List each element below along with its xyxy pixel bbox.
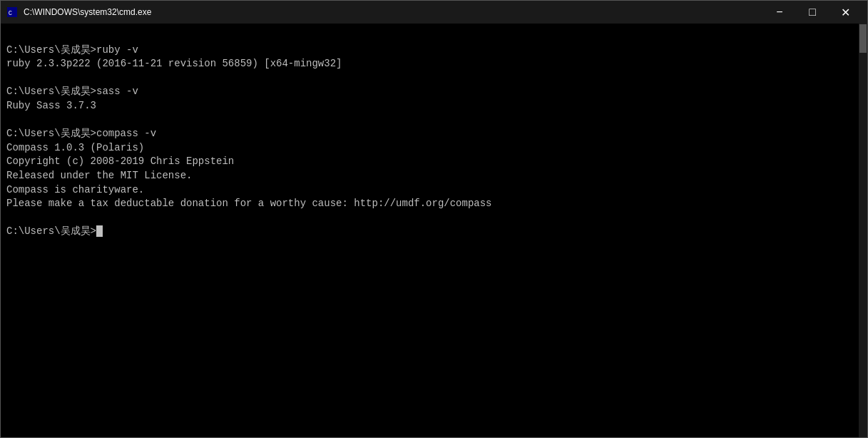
maximize-button[interactable]: □ [796, 1, 829, 24]
minimize-button[interactable]: − [763, 1, 796, 24]
cursor [96, 225, 103, 237]
app-icon: C [6, 6, 18, 18]
window-controls: − □ ✕ [763, 1, 862, 24]
cmd-window: C C:\WINDOWS\system32\cmd.exe − □ ✕ C:\U… [0, 0, 868, 438]
terminal-body[interactable]: C:\Users\吴成昊>ruby -v ruby 2.3.3p222 (201… [1, 24, 867, 437]
terminal-output: C:\Users\吴成昊>ruby -v ruby 2.3.3p222 (201… [6, 29, 864, 239]
close-button[interactable]: ✕ [829, 1, 862, 24]
window-title: C:\WINDOWS\system32\cmd.exe [24, 7, 763, 17]
scrollbar-thumb[interactable] [859, 24, 867, 53]
svg-text:C: C [9, 10, 12, 17]
scrollbar[interactable] [859, 24, 867, 437]
title-bar: C C:\WINDOWS\system32\cmd.exe − □ ✕ [1, 1, 867, 24]
